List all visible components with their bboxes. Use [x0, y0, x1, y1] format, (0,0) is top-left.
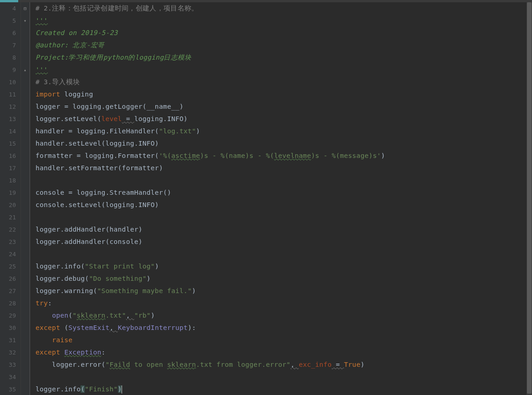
- code-line[interactable]: console.setLevel(logging.INFO): [36, 199, 532, 211]
- code-token: .txt": [106, 312, 126, 319]
- code-token: ,: [291, 361, 299, 368]
- code-token: logger.addHandler(handler): [36, 226, 143, 233]
- code-token: except: [36, 349, 60, 356]
- code-line[interactable]: formatter = logging.Formatter('%(asctime…: [36, 150, 532, 162]
- line-number[interactable]: 27: [0, 285, 16, 297]
- code-line[interactable]: try:: [36, 297, 532, 309]
- line-number[interactable]: 17: [0, 162, 16, 174]
- line-number[interactable]: 14: [0, 125, 16, 137]
- line-number[interactable]: 15: [0, 137, 16, 150]
- line-number-gutter[interactable]: 4567891011121314151617181920212223242526…: [0, 2, 21, 395]
- code-token: logger.info(: [36, 263, 85, 270]
- fold-marker[interactable]: ▾: [22, 17, 28, 24]
- code-token: ): [151, 312, 155, 319]
- line-number[interactable]: 7: [0, 39, 16, 51]
- code-token: logging: [60, 91, 93, 98]
- code-line[interactable]: logger.warning("Something maybe fail."): [36, 285, 532, 297]
- line-number[interactable]: 20: [0, 199, 16, 211]
- line-number[interactable]: 22: [0, 223, 16, 236]
- code-line[interactable]: logger.info("Start print log"): [36, 260, 532, 273]
- code-token: Exception: [64, 349, 101, 356]
- code-line[interactable]: ''': [36, 15, 532, 27]
- code-line[interactable]: logger.error("Faild to open sklearn.txt …: [36, 359, 532, 371]
- line-number[interactable]: 31: [0, 334, 16, 346]
- line-number[interactable]: 9: [0, 64, 16, 76]
- line-number[interactable]: 25: [0, 260, 16, 273]
- code-line[interactable]: open("sklearn.txt", "rb"): [36, 309, 532, 322]
- code-line[interactable]: logger.addHandler(console): [36, 236, 532, 248]
- code-editor-area[interactable]: # 2.注释：包括记录创建时间，创建人，项目名称。'''Created on 2…: [30, 2, 532, 395]
- line-number[interactable]: 5: [0, 15, 16, 27]
- code-line[interactable]: except (SystemExit, KeyboardInterrupt):: [36, 322, 532, 334]
- code-line[interactable]: logger.addHandler(handler): [36, 223, 532, 236]
- editor-container: 4567891011121314151617181920212223242526…: [0, 2, 532, 395]
- line-number[interactable]: 18: [0, 174, 16, 187]
- line-number[interactable]: 23: [0, 236, 16, 248]
- code-token: :: [102, 349, 106, 356]
- code-line[interactable]: handler.setFormatter(formatter): [36, 162, 532, 174]
- line-number[interactable]: 29: [0, 309, 16, 322]
- code-line[interactable]: # 3.导入模块: [36, 76, 532, 88]
- code-line[interactable]: [36, 371, 532, 383]
- code-line[interactable]: console = logging.StreamHandler(): [36, 187, 532, 199]
- code-token: Created on 2019-5-23: [36, 29, 118, 36]
- code-token: "Something maybe fail.": [97, 287, 192, 294]
- line-number[interactable]: 26: [0, 273, 16, 285]
- code-line[interactable]: except Exception:: [36, 346, 532, 359]
- code-line[interactable]: @author: 北京-宏哥: [36, 39, 532, 51]
- code-token: exc_info: [299, 361, 332, 368]
- code-token: raise: [52, 336, 72, 344]
- fold-column[interactable]: ⊟▾▴: [21, 2, 30, 395]
- code-line[interactable]: handler.setLevel(logging.INFO): [36, 137, 532, 150]
- line-number[interactable]: 28: [0, 297, 16, 309]
- code-token: ): [192, 287, 196, 294]
- code-line[interactable]: ''': [36, 64, 532, 76]
- line-number[interactable]: 34: [0, 371, 16, 383]
- line-number[interactable]: 6: [0, 27, 16, 39]
- code-line[interactable]: [36, 248, 532, 260]
- line-number[interactable]: 21: [0, 211, 16, 223]
- code-line[interactable]: logger = logging.getLogger(__name__): [36, 101, 532, 113]
- line-number[interactable]: 11: [0, 88, 16, 101]
- code-line[interactable]: # 2.注释：包括记录创建时间，创建人，项目名称。: [36, 2, 532, 15]
- code-token: __name__: [147, 103, 179, 110]
- code-token: [36, 312, 52, 319]
- line-number[interactable]: 12: [0, 101, 16, 113]
- code-token: logger.setLevel(: [36, 115, 101, 122]
- code-token: levelname: [274, 152, 311, 159]
- vertical-scrollbar[interactable]: [527, 2, 532, 395]
- line-number[interactable]: 10: [0, 76, 16, 88]
- line-number[interactable]: 8: [0, 51, 16, 64]
- fold-marker[interactable]: ▴: [22, 66, 28, 73]
- code-token: (: [68, 312, 72, 319]
- line-number[interactable]: 4: [0, 2, 16, 15]
- code-token: )s - %(message)s': [311, 152, 381, 159]
- line-number[interactable]: 35: [0, 383, 16, 395]
- code-token: level: [101, 115, 122, 122]
- code-token: "Start print log": [85, 263, 155, 270]
- line-number[interactable]: 24: [0, 248, 16, 260]
- code-token: ''': [36, 66, 48, 73]
- line-number[interactable]: 30: [0, 322, 16, 334]
- code-token: handler = logging.FileHandler(: [36, 127, 159, 135]
- code-line[interactable]: logger.info("Finish"): [36, 383, 532, 395]
- line-number[interactable]: 32: [0, 346, 16, 359]
- scrollbar-thumb[interactable]: [527, 2, 532, 394]
- code-line[interactable]: Created on 2019-5-23: [36, 27, 532, 39]
- code-token: except: [36, 324, 60, 331]
- code-token: sklearn: [167, 361, 196, 368]
- line-number[interactable]: 16: [0, 150, 16, 162]
- code-line[interactable]: Project:学习和使用python的logging日志模块: [36, 51, 532, 64]
- line-number[interactable]: 33: [0, 359, 16, 371]
- code-line[interactable]: logger.debug("Do something"): [36, 273, 532, 285]
- code-line[interactable]: logger.setLevel(level = logging.INFO): [36, 113, 532, 125]
- code-line[interactable]: [36, 211, 532, 223]
- code-token: @author: 北京-宏哥: [36, 41, 105, 49]
- code-line[interactable]: raise: [36, 334, 532, 346]
- line-number[interactable]: 13: [0, 113, 16, 125]
- code-line[interactable]: handler = logging.FileHandler("log.txt"): [36, 125, 532, 137]
- fold-marker[interactable]: ⊟: [22, 5, 28, 11]
- code-line[interactable]: import logging: [36, 88, 532, 101]
- line-number[interactable]: 19: [0, 187, 16, 199]
- code-line[interactable]: [36, 174, 532, 187]
